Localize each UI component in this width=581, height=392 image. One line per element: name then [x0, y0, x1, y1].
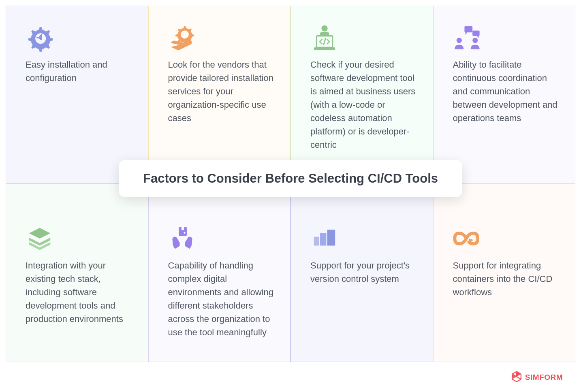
page-title: Factors to Consider Before Selecting CI/… [143, 171, 438, 186]
cell-text: Check if your desired software developme… [310, 58, 417, 151]
cell-installation: Easy installation and configuration [6, 6, 148, 184]
bars-icon [310, 222, 417, 255]
svg-rect-3 [464, 26, 472, 32]
layers-icon [26, 222, 132, 255]
title-banner: Factors to Consider Before Selecting CI/… [119, 160, 462, 197]
gear-hand-icon [168, 21, 274, 54]
svg-point-5 [456, 38, 461, 43]
svg-rect-2 [314, 47, 335, 50]
cell-containers: Support for integrating containers into … [433, 184, 576, 362]
svg-rect-12 [327, 230, 335, 245]
svg-rect-4 [472, 31, 480, 36]
svg-rect-8 [181, 227, 184, 230]
chat-people-icon [453, 21, 559, 54]
hands-box-icon [168, 222, 274, 255]
cell-text: Integration with your existing tech stac… [26, 259, 132, 326]
cell-developer-centric: Check if your desired software developme… [290, 6, 433, 184]
cell-text: Look for the vendors that provide tailor… [168, 58, 274, 125]
svg-point-0 [321, 25, 327, 31]
cell-vendors: Look for the vendors that provide tailor… [148, 6, 291, 184]
cell-text: Easy installation and configuration [26, 58, 132, 85]
cell-text: Support for your project's version contr… [310, 259, 417, 285]
simform-logo-icon [511, 371, 522, 384]
svg-point-6 [472, 38, 478, 43]
gear-icon [26, 21, 132, 54]
svg-point-9 [184, 232, 185, 234]
cell-text: Ability to facilitate continuous coordin… [453, 58, 559, 125]
cell-text: Capability of handling complex digital e… [168, 259, 274, 339]
cell-vcs: Support for your project's version contr… [290, 184, 433, 362]
cell-text: Support for integrating containers into … [453, 259, 559, 299]
cell-stakeholders: Capability of handling complex digital e… [148, 184, 291, 362]
brand-logo: SIMFORM [511, 371, 563, 384]
infinity-arrow-icon [453, 222, 559, 255]
brand-name: SIMFORM [525, 373, 563, 382]
svg-rect-10 [314, 237, 319, 246]
cell-coordination: Ability to facilitate continuous coordin… [433, 6, 576, 184]
developer-icon [310, 21, 417, 54]
cell-techstack: Integration with your existing tech stac… [6, 184, 148, 362]
svg-rect-11 [320, 233, 326, 246]
